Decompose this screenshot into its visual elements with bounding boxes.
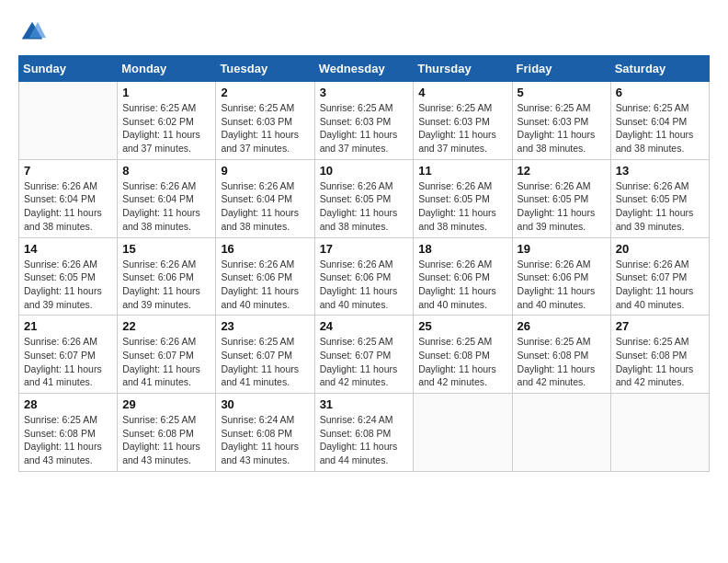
calendar-cell: 17Sunrise: 6:26 AM Sunset: 6:06 PM Dayli…: [314, 237, 414, 316]
day-number: 15: [122, 242, 210, 256]
day-number: 8: [122, 164, 210, 178]
cell-sun-info: Sunrise: 6:26 AM Sunset: 6:06 PM Dayligh…: [418, 258, 506, 312]
calendar-cell: 20Sunrise: 6:26 AM Sunset: 6:07 PM Dayli…: [610, 237, 709, 316]
cell-sun-info: Sunrise: 6:26 AM Sunset: 6:04 PM Dayligh…: [24, 179, 112, 234]
calendar-cell: 18Sunrise: 6:26 AM Sunset: 6:06 PM Dayli…: [414, 237, 512, 316]
day-number: 24: [320, 319, 409, 333]
calendar-cell: 11Sunrise: 6:26 AM Sunset: 6:05 PM Dayli…: [414, 159, 512, 237]
cell-sun-info: Sunrise: 6:26 AM Sunset: 6:05 PM Dayligh…: [418, 179, 506, 234]
header-wednesday: Wednesday: [314, 56, 414, 82]
cell-sun-info: Sunrise: 6:25 AM Sunset: 6:08 PM Dayligh…: [418, 335, 506, 389]
calendar-table: SundayMondayTuesdayWednesdayThursdayFrid…: [18, 55, 710, 472]
cell-sun-info: Sunrise: 6:24 AM Sunset: 6:08 PM Dayligh…: [320, 413, 409, 467]
cell-sun-info: Sunrise: 6:25 AM Sunset: 6:03 PM Dayligh…: [320, 101, 409, 155]
day-number: 4: [418, 86, 506, 99]
calendar-cell: 30Sunrise: 6:24 AM Sunset: 6:08 PM Dayli…: [216, 394, 314, 472]
header-saturday: Saturday: [610, 56, 709, 82]
calendar-week-4: 21Sunrise: 6:26 AM Sunset: 6:07 PM Dayli…: [19, 316, 710, 394]
cell-sun-info: Sunrise: 6:25 AM Sunset: 6:07 PM Dayligh…: [320, 335, 409, 389]
cell-sun-info: Sunrise: 6:26 AM Sunset: 6:06 PM Dayligh…: [320, 258, 409, 312]
calendar-cell: 19Sunrise: 6:26 AM Sunset: 6:06 PM Dayli…: [512, 237, 610, 316]
calendar-cell: 16Sunrise: 6:26 AM Sunset: 6:06 PM Dayli…: [216, 237, 314, 316]
calendar-cell: 13Sunrise: 6:26 AM Sunset: 6:05 PM Dayli…: [610, 159, 709, 237]
day-number: 23: [221, 319, 309, 333]
calendar-cell: [19, 82, 118, 160]
day-number: 19: [518, 242, 606, 256]
header-monday: Monday: [118, 56, 216, 82]
day-number: 30: [221, 397, 309, 411]
cell-sun-info: Sunrise: 6:25 AM Sunset: 6:03 PM Dayligh…: [418, 101, 506, 155]
calendar-cell: 4Sunrise: 6:25 AM Sunset: 6:03 PM Daylig…: [414, 82, 512, 160]
calendar-cell: 15Sunrise: 6:26 AM Sunset: 6:06 PM Dayli…: [118, 237, 216, 316]
cell-sun-info: Sunrise: 6:25 AM Sunset: 6:08 PM Dayligh…: [616, 335, 704, 389]
day-number: 11: [418, 164, 506, 178]
calendar-cell: 25Sunrise: 6:25 AM Sunset: 6:08 PM Dayli…: [414, 316, 512, 394]
header-thursday: Thursday: [414, 56, 512, 82]
calendar-cell: 2Sunrise: 6:25 AM Sunset: 6:03 PM Daylig…: [216, 82, 314, 160]
day-number: 29: [122, 397, 210, 411]
calendar-cell: 31Sunrise: 6:24 AM Sunset: 6:08 PM Dayli…: [314, 394, 414, 472]
cell-sun-info: Sunrise: 6:25 AM Sunset: 6:08 PM Dayligh…: [24, 413, 112, 467]
calendar-week-1: 1Sunrise: 6:25 AM Sunset: 6:02 PM Daylig…: [19, 82, 710, 160]
day-number: 1: [122, 86, 210, 99]
cell-sun-info: Sunrise: 6:25 AM Sunset: 6:07 PM Dayligh…: [221, 335, 309, 389]
day-number: 31: [320, 397, 409, 411]
page-header: [18, 18, 710, 46]
day-number: 27: [616, 319, 704, 333]
calendar-cell: 6Sunrise: 6:25 AM Sunset: 6:04 PM Daylig…: [610, 82, 709, 160]
calendar-cell: 23Sunrise: 6:25 AM Sunset: 6:07 PM Dayli…: [216, 316, 314, 394]
calendar-week-2: 7Sunrise: 6:26 AM Sunset: 6:04 PM Daylig…: [19, 159, 710, 237]
cell-sun-info: Sunrise: 6:26 AM Sunset: 6:05 PM Dayligh…: [616, 179, 704, 234]
header-friday: Friday: [512, 56, 610, 82]
calendar-cell: 29Sunrise: 6:25 AM Sunset: 6:08 PM Dayli…: [118, 394, 216, 472]
calendar-cell: 9Sunrise: 6:26 AM Sunset: 6:04 PM Daylig…: [216, 159, 314, 237]
calendar-cell: 12Sunrise: 6:26 AM Sunset: 6:05 PM Dayli…: [512, 159, 610, 237]
calendar-header-row: SundayMondayTuesdayWednesdayThursdayFrid…: [19, 56, 710, 82]
cell-sun-info: Sunrise: 6:26 AM Sunset: 6:06 PM Dayligh…: [122, 258, 210, 312]
day-number: 10: [320, 164, 409, 178]
day-number: 6: [616, 86, 704, 99]
calendar-week-3: 14Sunrise: 6:26 AM Sunset: 6:05 PM Dayli…: [19, 237, 710, 316]
cell-sun-info: Sunrise: 6:26 AM Sunset: 6:04 PM Dayligh…: [122, 179, 210, 234]
cell-sun-info: Sunrise: 6:26 AM Sunset: 6:07 PM Dayligh…: [122, 335, 210, 389]
calendar-cell: 1Sunrise: 6:25 AM Sunset: 6:02 PM Daylig…: [118, 82, 216, 160]
cell-sun-info: Sunrise: 6:26 AM Sunset: 6:04 PM Dayligh…: [221, 179, 309, 234]
day-number: 5: [518, 86, 606, 99]
header-tuesday: Tuesday: [216, 56, 314, 82]
calendar-cell: 7Sunrise: 6:26 AM Sunset: 6:04 PM Daylig…: [19, 159, 118, 237]
calendar-cell: 21Sunrise: 6:26 AM Sunset: 6:07 PM Dayli…: [19, 316, 118, 394]
day-number: 25: [418, 319, 506, 333]
day-number: 28: [24, 397, 112, 411]
calendar-cell: 5Sunrise: 6:25 AM Sunset: 6:03 PM Daylig…: [512, 82, 610, 160]
cell-sun-info: Sunrise: 6:25 AM Sunset: 6:08 PM Dayligh…: [518, 335, 606, 389]
day-number: 3: [320, 86, 409, 99]
calendar-cell: 22Sunrise: 6:26 AM Sunset: 6:07 PM Dayli…: [118, 316, 216, 394]
cell-sun-info: Sunrise: 6:26 AM Sunset: 6:05 PM Dayligh…: [518, 179, 606, 234]
cell-sun-info: Sunrise: 6:26 AM Sunset: 6:07 PM Dayligh…: [24, 335, 112, 389]
day-number: 21: [24, 319, 112, 333]
day-number: 7: [24, 164, 112, 178]
cell-sun-info: Sunrise: 6:26 AM Sunset: 6:07 PM Dayligh…: [616, 258, 704, 312]
day-number: 17: [320, 242, 409, 256]
calendar-cell: 27Sunrise: 6:25 AM Sunset: 6:08 PM Dayli…: [610, 316, 709, 394]
logo-icon: [18, 18, 46, 46]
calendar-cell: 14Sunrise: 6:26 AM Sunset: 6:05 PM Dayli…: [19, 237, 118, 316]
cell-sun-info: Sunrise: 6:25 AM Sunset: 6:04 PM Dayligh…: [616, 101, 704, 155]
cell-sun-info: Sunrise: 6:25 AM Sunset: 6:02 PM Dayligh…: [122, 101, 210, 155]
calendar-cell: 8Sunrise: 6:26 AM Sunset: 6:04 PM Daylig…: [118, 159, 216, 237]
day-number: 2: [221, 86, 309, 99]
day-number: 16: [221, 242, 309, 256]
day-number: 20: [616, 242, 704, 256]
day-number: 13: [616, 164, 704, 178]
day-number: 18: [418, 242, 506, 256]
calendar-cell: [414, 394, 512, 472]
calendar-cell: 10Sunrise: 6:26 AM Sunset: 6:05 PM Dayli…: [314, 159, 414, 237]
day-number: 9: [221, 164, 309, 178]
cell-sun-info: Sunrise: 6:25 AM Sunset: 6:08 PM Dayligh…: [122, 413, 210, 467]
day-number: 12: [518, 164, 606, 178]
cell-sun-info: Sunrise: 6:26 AM Sunset: 6:06 PM Dayligh…: [221, 258, 309, 312]
cell-sun-info: Sunrise: 6:25 AM Sunset: 6:03 PM Dayligh…: [518, 101, 606, 155]
header-sunday: Sunday: [19, 56, 118, 82]
calendar-cell: 3Sunrise: 6:25 AM Sunset: 6:03 PM Daylig…: [314, 82, 414, 160]
calendar-cell: 26Sunrise: 6:25 AM Sunset: 6:08 PM Dayli…: [512, 316, 610, 394]
